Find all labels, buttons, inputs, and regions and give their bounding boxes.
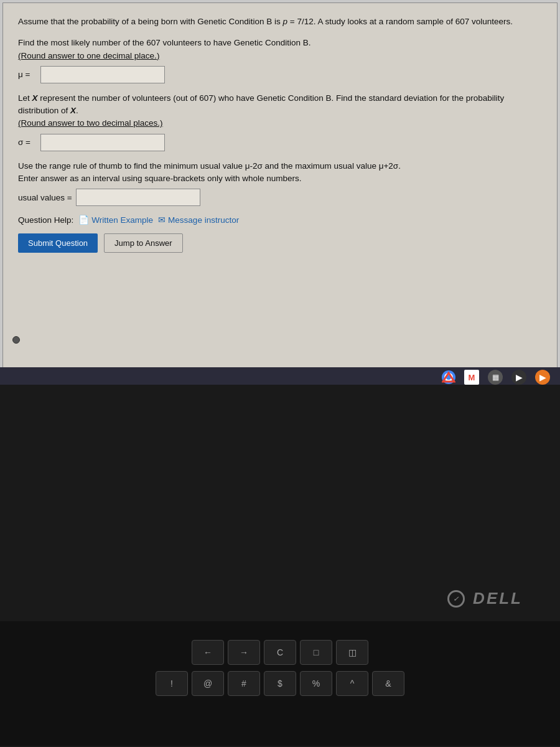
exclamation-key[interactable]: ! — [156, 671, 188, 696]
sigma-label: σ = — [18, 138, 37, 147]
message-instructor-link[interactable]: ✉ Message instructor — [158, 215, 239, 225]
question-block-1: Assume that the probability of a being b… — [18, 16, 542, 28]
at-key[interactable]: @ — [192, 671, 224, 696]
buttons-row: Submit Question Jump to Answer — [18, 233, 542, 253]
mail-icon: ✉ — [158, 215, 166, 225]
at-icon: @ — [203, 679, 212, 688]
mu-label: μ = — [18, 70, 37, 79]
hash-icon: # — [241, 679, 246, 688]
caret-icon: ^ — [350, 679, 355, 688]
back-key[interactable]: ← — [192, 640, 224, 665]
question-block-3: Let X represent the number of volunteers… — [18, 92, 542, 151]
written-example-link[interactable]: 📄 Written Example — [78, 215, 153, 225]
hash-key[interactable]: # — [228, 671, 260, 696]
keyboard-row-2: ! @ # $ % ^ & — [0, 665, 560, 696]
drive-icon[interactable]: ▦ — [488, 370, 503, 385]
message-instructor-label: Message instructor — [168, 215, 239, 225]
usual-values-label: usual values = — [18, 193, 72, 202]
back-arrow-icon: ← — [203, 647, 212, 657]
dollar-key[interactable]: $ — [264, 671, 296, 696]
question-block-2: Find the most likely number of the 607 v… — [18, 37, 542, 83]
submit-question-button[interactable]: Submit Question — [18, 233, 98, 253]
sigma-input-row: σ = — [18, 134, 542, 151]
caret-key[interactable]: ^ — [336, 671, 368, 696]
dell-logo: ✓ DELL — [447, 586, 523, 608]
dell-logo-area: ✓ DELL — [447, 586, 523, 609]
sigma-input[interactable] — [40, 134, 165, 151]
jump-to-answer-button[interactable]: Jump to Answer — [104, 233, 183, 253]
forward-icon[interactable]: ▶ — [535, 370, 550, 385]
percent-key[interactable]: % — [300, 671, 332, 696]
percent-icon: % — [312, 679, 320, 688]
document-icon: 📄 — [78, 215, 89, 225]
keyboard: ← → C □ ◫ ! @ # — [0, 621, 560, 746]
mu-input-row: μ = — [18, 66, 542, 83]
refresh-icon: C — [277, 647, 283, 657]
dollar-icon: $ — [278, 679, 282, 688]
help-label: Question Help: — [18, 215, 73, 225]
question-text-4: Use the range rule of thumb to find the … — [18, 160, 542, 186]
window-icon: ◫ — [348, 647, 357, 657]
exclamation-icon: ! — [170, 679, 173, 688]
number-key[interactable]: & — [372, 671, 404, 696]
screenshot-icon: □ — [314, 647, 319, 657]
refresh-key[interactable]: C — [264, 640, 296, 665]
number-icon: & — [385, 679, 391, 688]
gmail-icon[interactable]: M — [464, 370, 479, 385]
usual-values-input-row: usual values = — [18, 189, 542, 206]
written-example-label: Written Example — [91, 215, 153, 225]
mu-input[interactable] — [40, 66, 165, 83]
usual-values-input[interactable] — [76, 189, 200, 206]
webcam-indicator — [12, 336, 20, 344]
content-panel: Assume that the probability of a being b… — [2, 2, 558, 386]
chrome-icon[interactable] — [442, 370, 455, 384]
laptop-body: ✓ DELL ← → C □ ◫ ! — [0, 385, 560, 746]
screenshot-key[interactable]: □ — [300, 640, 332, 665]
question-text-3: Let X represent the number of volunteers… — [18, 92, 542, 130]
forward-arrow-icon: → — [240, 647, 248, 657]
question-text-1: Assume that the probability of a being b… — [18, 16, 542, 28]
question-block-4: Use the range rule of thumb to find the … — [18, 160, 542, 207]
window-key[interactable]: ◫ — [336, 640, 368, 665]
keyboard-row-1: ← → C □ ◫ — [0, 621, 560, 665]
forward-key[interactable]: → — [228, 640, 260, 665]
question-text-2: Find the most likely number of the 607 v… — [18, 37, 542, 62]
question-help-row: Question Help: 📄 Written Example ✉ Messa… — [18, 215, 542, 225]
play-icon[interactable]: ▶ — [511, 370, 526, 385]
